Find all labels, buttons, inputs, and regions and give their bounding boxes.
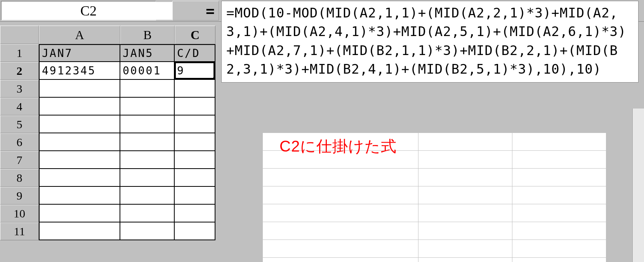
cell-C9[interactable] (175, 187, 215, 205)
row-header-4[interactable]: 4 (0, 98, 39, 115)
select-all-corner[interactable] (0, 26, 39, 44)
column-header-B[interactable]: B (120, 26, 175, 44)
cell-right[interactable] (512, 151, 606, 169)
formula-bar-separator (157, 0, 172, 21)
cell-right[interactable] (512, 258, 606, 262)
spreadsheet-grid: A B C 1 JAN7 JAN5 C/D 2 4912345 00001 9 … (0, 22, 215, 240)
cell-C7[interactable] (175, 151, 215, 169)
formula-text-tooltip[interactable]: =MOD(10-MOD(MID(A2,1,1)+(MID(A2,2,1)*3)+… (221, 1, 639, 83)
formula-equals-label: = (172, 1, 219, 21)
vertical-scrollbar[interactable] (632, 109, 644, 262)
cell-A5[interactable] (39, 115, 120, 133)
row-header-8[interactable]: 8 (0, 169, 39, 187)
cell-B5[interactable] (120, 115, 175, 133)
cell-C11[interactable] (175, 222, 215, 240)
cell-A3[interactable] (39, 80, 120, 98)
cell-right[interactable] (512, 222, 606, 240)
row-header-2[interactable]: 2 (0, 62, 39, 80)
column-header-A[interactable]: A (39, 26, 120, 44)
cell-A10[interactable] (39, 205, 120, 222)
cell-C10[interactable] (175, 205, 215, 222)
cell-B4[interactable] (120, 98, 175, 115)
cell-A4[interactable] (39, 98, 120, 115)
row-header-10[interactable]: 10 (0, 205, 39, 222)
cell-A2[interactable]: 4912345 (39, 62, 120, 80)
cell-right[interactable] (418, 258, 512, 262)
cell-right[interactable] (512, 133, 606, 151)
cell-C4[interactable] (175, 98, 215, 115)
cell-B6[interactable] (120, 133, 175, 151)
cell-B11[interactable] (120, 222, 175, 240)
cell-C3[interactable] (175, 80, 215, 98)
row-header-11[interactable]: 11 (0, 222, 39, 240)
name-box-input[interactable] (2, 2, 175, 20)
cell-right[interactable] (418, 133, 512, 151)
row-header-7[interactable]: 7 (0, 151, 39, 169)
cell-right[interactable] (512, 169, 606, 186)
cell-B3[interactable] (120, 80, 175, 98)
annotation-label: C2に仕掛けた式 (279, 136, 397, 157)
cell-right[interactable] (418, 186, 512, 204)
cell-C2[interactable]: 9 (175, 62, 215, 80)
cell-right[interactable] (418, 151, 512, 169)
cell-B8[interactable] (120, 169, 175, 187)
cell-right[interactable] (418, 204, 512, 222)
row-header-5[interactable]: 5 (0, 115, 39, 133)
cell-right[interactable] (418, 240, 512, 258)
cell-B7[interactable] (120, 151, 175, 169)
cell-right[interactable] (262, 204, 418, 222)
cell-A6[interactable] (39, 133, 120, 151)
cell-C6[interactable] (175, 133, 215, 151)
cell-right[interactable] (262, 240, 418, 258)
cell-A11[interactable] (39, 222, 120, 240)
cell-right[interactable] (512, 240, 606, 258)
row-header-1[interactable]: 1 (0, 44, 39, 62)
cell-A1[interactable]: JAN7 (39, 44, 120, 62)
cell-right[interactable] (418, 169, 512, 186)
cell-A7[interactable] (39, 151, 120, 169)
cell-right[interactable] (262, 222, 418, 240)
cell-C1[interactable]: C/D (175, 44, 215, 62)
cell-C5[interactable] (175, 115, 215, 133)
cell-B9[interactable] (120, 187, 175, 205)
cell-right[interactable] (512, 186, 606, 204)
cell-C8[interactable] (175, 169, 215, 187)
cell-A9[interactable] (39, 187, 120, 205)
row-header-3[interactable]: 3 (0, 80, 39, 98)
cell-right[interactable] (512, 204, 606, 222)
cell-B2[interactable]: 00001 (120, 62, 175, 80)
row-header-6[interactable]: 6 (0, 133, 39, 151)
cell-A8[interactable] (39, 169, 120, 187)
cell-right[interactable] (262, 258, 418, 262)
cell-B10[interactable] (120, 205, 175, 222)
column-header-C[interactable]: C (175, 26, 215, 44)
cell-B1[interactable]: JAN5 (120, 44, 175, 62)
cell-right[interactable] (262, 186, 418, 204)
cell-right[interactable] (262, 169, 418, 186)
cell-right[interactable] (418, 222, 512, 240)
row-header-9[interactable]: 9 (0, 187, 39, 205)
